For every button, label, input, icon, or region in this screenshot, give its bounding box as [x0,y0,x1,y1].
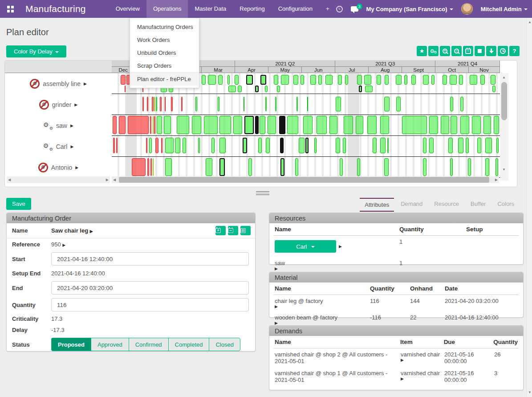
avatar[interactable] [461,3,473,15]
operation-bar[interactable] [160,97,162,111]
operation-bar[interactable] [396,75,401,85]
operation-bar[interactable] [307,97,309,111]
operation-bar[interactable] [195,97,197,111]
tab-demand[interactable]: Demand [396,198,427,212]
operation-bar[interactable] [128,116,149,134]
scroll-up-icon[interactable]: ▲ [502,76,506,79]
operation-bar[interactable] [260,75,266,85]
operation-bar[interactable] [336,138,340,153]
operation-bar[interactable] [157,116,162,134]
operation-bar[interactable] [154,97,155,111]
operation-bar[interactable] [277,86,280,93]
operation-bar[interactable] [246,75,253,85]
scroll-down-icon[interactable]: ▼ [528,391,532,394]
operation-bar[interactable] [244,116,254,134]
operation-bar[interactable] [460,97,463,111]
operation-bar[interactable] [357,158,360,176]
operation-bar[interactable] [310,75,316,85]
operation-bar[interactable] [295,158,298,176]
cell-name-link[interactable]: varnished chair ▶ [400,348,443,365]
operation-bar[interactable] [384,158,389,176]
menu-item-unbuild-orders[interactable]: Unbuild Orders [130,46,199,59]
operation-bar[interactable] [165,158,172,176]
calendar-plus-icon[interactable]: + [215,226,226,235]
operation-bar[interactable] [450,158,453,176]
nav-item-item[interactable]: + [319,0,336,18]
calendar-minus-icon[interactable]: − [228,226,238,235]
operation-bar[interactable] [281,75,289,85]
operation-bar[interactable] [202,75,206,85]
cell-name-link[interactable]: chair leg @ factory ▶ [274,295,369,311]
operation-bar[interactable] [314,138,317,153]
download-arrow-icon[interactable] [486,46,496,56]
operation-bar[interactable] [177,116,190,134]
operation-bar[interactable] [367,116,377,134]
operation-bar[interactable] [299,138,304,153]
operation-bar[interactable] [255,116,259,134]
operation-bar[interactable] [460,116,469,134]
operation-bar[interactable] [344,116,353,134]
operation-bar[interactable] [147,97,148,111]
operation-bar[interactable] [274,75,278,85]
operation-bar[interactable] [492,86,496,93]
operation-bar[interactable] [218,97,219,111]
resource-label-carl[interactable]: ⚙⚙Carl▶ [5,136,112,157]
operation-bar[interactable] [477,138,481,153]
operation-bar[interactable] [377,75,381,85]
operation-bar[interactable] [450,75,457,85]
operation-bar[interactable] [357,75,361,85]
operation-bar[interactable] [183,138,187,153]
operation-bar[interactable] [255,86,259,93]
operation-bar[interactable] [495,158,498,176]
scrollbar-thumb[interactable] [501,82,507,120]
operation-bar[interactable] [451,116,457,134]
operation-bar[interactable] [423,138,426,153]
tab-resource[interactable]: Resource [429,198,464,212]
calendar-minus-icon[interactable]: − [463,46,473,56]
stop-square-icon[interactable] [475,46,485,56]
menu-item-plan-editor-frepple[interactable]: Plan editor - frePPLe [130,72,199,86]
operation-bar[interactable] [181,97,183,111]
operation-bar[interactable] [496,138,499,153]
status-closed-button[interactable]: Closed [209,338,240,351]
chart-horizontal-scrollbar[interactable]: ◀ ▶ [112,176,499,183]
operation-bar[interactable] [317,116,327,134]
operation-bar[interactable] [132,158,146,176]
start-input[interactable] [51,252,249,266]
operation-bar[interactable] [466,138,469,153]
operation-bar[interactable] [154,116,155,134]
operation-bar[interactable] [206,158,212,176]
operation-bar[interactable] [384,97,390,111]
operation-bar[interactable] [125,86,126,93]
operation-bar[interactable] [287,116,298,134]
operation-bar[interactable] [219,116,231,134]
tab-colors[interactable]: Colors [492,198,519,212]
operation-bar[interactable] [198,138,200,153]
operation-bar[interactable] [165,138,173,153]
operation-bar[interactable] [387,138,389,153]
nav-item-reporting[interactable]: Reporting [233,0,271,18]
operation-bar[interactable] [364,75,372,85]
operation-bar[interactable] [244,97,245,111]
favorite-star-icon[interactable]: ★ [417,46,427,56]
operation-bar[interactable] [365,86,373,93]
operation-bar[interactable] [293,75,298,85]
menu-item-manufacturing-orders[interactable]: Manufacturing Orders [130,20,199,33]
operation-bar[interactable] [450,97,454,111]
operation-bar[interactable] [153,116,154,134]
operation-bar[interactable] [423,158,426,176]
operation-bar[interactable] [227,75,230,85]
apps-menu-icon[interactable] [7,6,14,12]
operation-bar[interactable] [243,138,247,153]
operation-bar[interactable] [268,116,276,134]
operation-bar[interactable] [228,86,236,93]
operation-bar[interactable] [265,97,267,111]
operation-bar[interactable] [443,75,447,85]
operation-bar[interactable] [359,86,362,93]
operation-bar[interactable] [208,75,215,85]
operation-bar[interactable] [121,75,125,85]
operation-bar[interactable] [373,138,377,153]
status-approved-button[interactable]: Approved [91,338,129,351]
operation-bar[interactable] [258,138,262,153]
company-selector[interactable]: My Company (San Francisco) [366,6,453,12]
